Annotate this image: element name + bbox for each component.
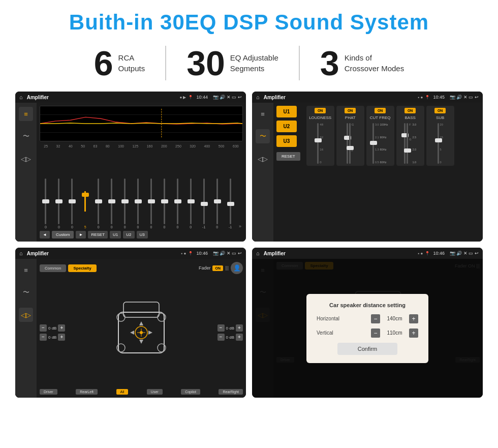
eq-reset-button[interactable]: RESET (88, 231, 108, 238)
xo-bass-title: BASS (405, 115, 416, 120)
sp-time: 10:46 (196, 251, 208, 256)
home-icon: ⌂ (19, 94, 23, 100)
eq-slider-14: -1 (224, 178, 236, 229)
xo-cutfreq-toggle[interactable]: ON (375, 108, 386, 113)
sp-driver-button[interactable]: Driver (40, 389, 57, 395)
eq-sidebar-eq-icon[interactable]: ≡ (19, 107, 33, 121)
eq-status-bar: ⌂ Amplifier ● ▶ 📍 10:44 📷 🔊 ✕ ▭ ↩ (15, 92, 246, 103)
sp-common-tab[interactable]: Common (40, 264, 66, 272)
xo-sidebar-vol-icon[interactable]: ◁▷ (256, 152, 270, 166)
eq-graph (40, 106, 243, 141)
sp-db-plus-bl[interactable]: + (58, 334, 65, 341)
sp-rearleft-button[interactable]: RearLeft (76, 389, 98, 395)
xo-phat-panel: ON PHAT GF (336, 106, 364, 166)
xo-reset-button[interactable]: RESET (276, 152, 300, 161)
dlg-horizontal-minus[interactable]: − (371, 314, 380, 323)
sp-home-icon: ⌂ (19, 250, 23, 256)
stat-label-rca: RCA Outputs (118, 52, 145, 74)
sp-db-minus-br[interactable]: − (217, 334, 225, 341)
eq-sidebar-vol-icon[interactable]: ◁▷ (19, 152, 33, 166)
xo-sidebar: ≡ 〜 ◁▷ (252, 103, 273, 242)
sp-db-control-br: − 0 dB + (217, 334, 243, 341)
sp-user-button[interactable]: User (147, 389, 163, 395)
svg-marker-14 (139, 321, 143, 325)
sp-fader-bars: ||| (225, 265, 229, 271)
xo-phat-title: PHAT (345, 115, 356, 120)
eq-status-icons: 📷 🔊 ✕ ▭ ↩ (213, 95, 242, 100)
eq-slider-11: 0 (184, 178, 197, 229)
eq-freq-labels: 2532405063 80100125160200 25032040050063… (40, 144, 243, 148)
xo-u3-button[interactable]: U3 (276, 135, 297, 147)
sp-bottom-row: Driver RearLeft All User Copilot RearRig… (40, 389, 243, 395)
xo-sidebar-eq-icon[interactable]: ≡ (256, 107, 270, 121)
sp-db-val-bl: 0 dB (48, 335, 56, 340)
sp-sidebar-eq-icon[interactable]: ≡ (19, 263, 33, 277)
eq-main-panel: 2532405063 80100125160200 25032040050063… (37, 103, 246, 242)
stat-number-crossover: 3 (320, 46, 339, 80)
sp-db-plus-tr[interactable]: + (236, 324, 243, 332)
xo-bass-sliders: FG 3.02.52.01.0 (404, 123, 416, 164)
dlg-vertical-label: Vertical (317, 330, 352, 336)
sp-car-diagram (68, 278, 214, 387)
xo-sub-toggle[interactable]: ON (434, 108, 446, 113)
sp-tab-row: Common Specialty Fader ON ||| 👤 (40, 262, 243, 274)
sp-profile-icon[interactable]: 👤 (231, 262, 243, 274)
xo-loudness-panel: ON LOUDNESS 4832160 (306, 106, 334, 166)
dlg-vertical-plus[interactable]: + (409, 328, 418, 338)
sp-db-minus-tr[interactable]: − (217, 324, 225, 332)
eq-slider-3: 5 (79, 178, 91, 229)
xo-cutfreq-panel: ON CUT FREQ 3.02.11.30.5 100Hz90Hz80Hz60… (366, 106, 394, 166)
eq-next-button[interactable]: ► (76, 231, 86, 238)
sp-fader-on: ON (212, 265, 223, 271)
eq-screen-card: ⌂ Amplifier ● ▶ 📍 10:44 📷 🔊 ✕ ▭ ↩ ≡ 〜 ◁▷ (15, 92, 246, 242)
eq-prev-button[interactable]: ◄ (40, 231, 50, 238)
dlg-confirm-button[interactable]: Confirm (337, 343, 398, 355)
xo-sidebar-wave-icon[interactable]: 〜 (256, 129, 270, 143)
eq-u2-button[interactable]: U2 (123, 231, 134, 238)
xo-u2-button[interactable]: U2 (276, 121, 297, 132)
xo-status-icons: 📷 🔊 ✕ ▭ ↩ (450, 95, 479, 100)
dlg-vertical-minus[interactable]: − (371, 328, 380, 338)
sp-copilot-button[interactable]: Copilot (181, 389, 200, 395)
dlg-status-bar: ⌂ Amplifier ▪ ● 📍 10:46 📷 🔊 ✕ ▭ ↩ (252, 248, 483, 259)
stat-label-eq: EQ Adjustable Segments (230, 52, 278, 74)
svg-rect-5 (123, 302, 159, 317)
xo-sub-sliders: 201550 (438, 123, 443, 164)
stat-number-eq: 30 (186, 46, 225, 80)
svg-marker-15 (139, 340, 143, 344)
sp-db-plus-br[interactable]: + (236, 334, 243, 341)
xo-loudness-toggle[interactable]: ON (315, 108, 326, 113)
sp-db-val-tr: 0 dB (226, 326, 234, 331)
eq-more-icon[interactable]: » (237, 224, 243, 229)
eq-slider-1: 0 (53, 178, 65, 229)
sp-sidebar-vol-icon[interactable]: ◁▷ (19, 308, 33, 322)
eq-sidebar-wave-icon[interactable]: 〜 (19, 129, 33, 143)
sp-all-button[interactable]: All (116, 389, 129, 395)
sp-car-svg (111, 292, 172, 373)
eq-u1-button[interactable]: U1 (110, 231, 121, 238)
eq-preset-label: Custom (52, 231, 74, 238)
dlg-horizontal-stepper: − 140cm + (371, 314, 418, 323)
sp-db-minus-tl[interactable]: − (40, 324, 47, 332)
xo-phat-toggle[interactable]: ON (345, 108, 356, 113)
dlg-horizontal-plus[interactable]: + (409, 314, 418, 323)
eq-u3-button[interactable]: U3 (137, 231, 148, 238)
xo-u1-button[interactable]: U1 (276, 106, 297, 117)
svg-marker-17 (148, 331, 152, 335)
eq-slider-12: -1 (198, 178, 210, 229)
dlg-horizontal-label: Horizontal (317, 316, 352, 321)
xo-preset-buttons: U1 U2 U3 RESET (276, 106, 300, 238)
xo-loudness-sliders: 4832160 (317, 123, 323, 164)
sp-db-minus-bl[interactable]: − (40, 334, 47, 341)
sp-sidebar-wave-icon[interactable]: 〜 (19, 285, 33, 300)
dlg-home-icon: ⌂ (256, 250, 260, 256)
speaker-screen-card: ⌂ Amplifier ▪ ● 📍 10:46 📷 🔊 ✕ ▭ ↩ ≡ 〜 ◁▷… (15, 248, 246, 398)
page-wrapper: Buith-in 30EQ DSP Sound System 6 RCA Out… (0, 0, 498, 408)
xo-cutfreq-sliders: 3.02.11.30.5 100Hz90Hz80Hz60Hz (372, 123, 388, 164)
sp-specialty-tab[interactable]: Specialty (68, 264, 96, 272)
stat-eq: 30 EQ Adjustable Segments (166, 46, 300, 80)
sp-db-plus-tl[interactable]: + (58, 324, 65, 332)
sp-rearright-button[interactable]: RearRight (219, 389, 243, 395)
xo-bass-toggle[interactable]: ON (404, 108, 416, 113)
eq-slider-7: 0 (132, 178, 144, 229)
